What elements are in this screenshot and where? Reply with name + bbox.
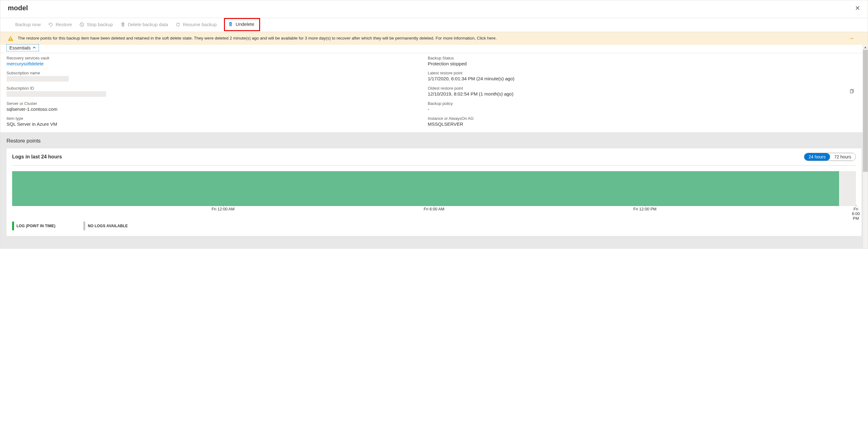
command-bar: Backup now Restore Stop backup Delete ba… (0, 18, 868, 32)
restore-points-title: Restore points (6, 138, 862, 144)
toolbar-label: Undelete (236, 22, 254, 27)
warning-text: The restore points for this backup item … (18, 35, 844, 41)
legend-item-log: LOG (POINT IN TIME) (12, 222, 55, 230)
backup-status-field: Backup Status Protection stopped (428, 56, 843, 66)
vertical-scrollbar[interactable]: ▲ (863, 45, 868, 248)
copy-column (849, 86, 862, 97)
essentials-toggle[interactable]: Essentials (6, 44, 39, 51)
card-header: Logs in last 24 hours 24 hours 72 hours (12, 153, 856, 161)
close-icon[interactable]: ✕ (855, 5, 860, 11)
chevron-up-icon (32, 46, 36, 50)
range-24h-option[interactable]: 24 hours (804, 153, 830, 161)
backup-policy-field: Backup policy - (428, 101, 843, 112)
restore-button[interactable]: Restore (48, 22, 72, 27)
timeline-nolog-segment (839, 171, 856, 206)
toolbar-label: Delete backup data (128, 22, 168, 27)
instance-field: Instance or AlwaysOn AG MSSQLSERVER (428, 116, 843, 127)
divider (12, 165, 856, 165)
scroll-body: Essentials Recovery services vault mercu… (0, 45, 868, 248)
axis-tick: Fri 6:00 PM (852, 207, 860, 221)
axis-tick: Fri 6:00 AM (424, 207, 444, 211)
scroll-up-arrow[interactable]: ▲ (863, 45, 868, 50)
essentials-grid: Recovery services vault mercurysoftdelet… (0, 53, 868, 132)
oldest-restore-point-field: Oldest restore point 12/10/2019, 8:02:54… (428, 86, 843, 97)
timeline-log-segment[interactable] (12, 171, 839, 206)
subscription-name-field: Subscription name (6, 71, 422, 82)
undelete-button[interactable]: Undelete (228, 22, 254, 27)
legend-swatch (83, 222, 85, 230)
stop-icon (79, 22, 84, 27)
backup-now-button[interactable]: Backup now (15, 22, 41, 27)
trash-icon (120, 22, 125, 27)
range-72h-option[interactable]: 72 hours (830, 153, 856, 161)
toolbar-label: Backup now (15, 22, 41, 27)
trash-icon (228, 22, 233, 27)
svg-rect-1 (10, 37, 11, 39)
svg-rect-3 (850, 90, 853, 93)
legend-item-none: NO LOGS AVAILABLE (83, 222, 128, 230)
subscription-id-field: Subscription ID (6, 86, 422, 97)
essentials-label: Essentials (9, 45, 30, 51)
undelete-highlight: Undelete (224, 18, 260, 31)
legend-swatch (12, 222, 14, 230)
redacted-value (6, 76, 69, 82)
resume-backup-button[interactable]: Resume backup (176, 22, 217, 27)
restore-points-section: Restore points Logs in last 24 hours 24 … (0, 132, 868, 248)
axis-tick: Fri 12:00 AM (212, 207, 235, 211)
arrow-right-icon[interactable]: → (848, 35, 854, 42)
warning-link[interactable]: Click here. (477, 36, 497, 40)
logs-chart-title: Logs in last 24 hours (12, 154, 62, 160)
redacted-value (6, 91, 106, 97)
toolbar-label: Restore (56, 22, 72, 27)
axis-tick: Fri 12:00 PM (633, 207, 656, 211)
chart-legend: LOG (POINT IN TIME) NO LOGS AVAILABLE (12, 222, 856, 230)
backup-item-pane: model ✕ Backup now Restore Stop backup D… (0, 0, 868, 249)
svg-rect-2 (10, 39, 11, 40)
latest-restore-point-field: Latest restore point 1/17/2020, 6:01:34 … (428, 71, 843, 82)
timeline-bar (12, 171, 856, 206)
toolbar-label: Stop backup (87, 22, 113, 27)
item-type-field: Item type SQL Server in Azure VM (6, 116, 422, 127)
server-field: Server or Cluster sqlserver-1.contoso.co… (6, 101, 422, 112)
soft-delete-warning-banner: The restore points for this backup item … (0, 32, 868, 45)
time-range-toggle: 24 hours 72 hours (804, 153, 856, 161)
stop-backup-button[interactable]: Stop backup (79, 22, 113, 27)
warning-icon (8, 36, 13, 41)
copy-icon[interactable] (849, 89, 854, 94)
page-title: model (8, 4, 28, 12)
recovery-vault-field: Recovery services vault mercurysoftdelet… (6, 56, 422, 66)
logs-card: Logs in last 24 hours 24 hours 72 hours … (6, 148, 862, 236)
toolbar-label: Resume backup (183, 22, 217, 27)
scroll-thumb[interactable] (863, 50, 868, 172)
recovery-vault-link[interactable]: mercurysoftdelete (6, 61, 422, 66)
pane-header: model ✕ (0, 0, 868, 18)
refresh-icon (176, 22, 181, 27)
delete-backup-data-button[interactable]: Delete backup data (120, 22, 168, 27)
timeline-axis: Fri 12:00 AM Fri 6:00 AM Fri 12:00 PM Fr… (12, 207, 856, 215)
undo-icon (48, 22, 53, 27)
